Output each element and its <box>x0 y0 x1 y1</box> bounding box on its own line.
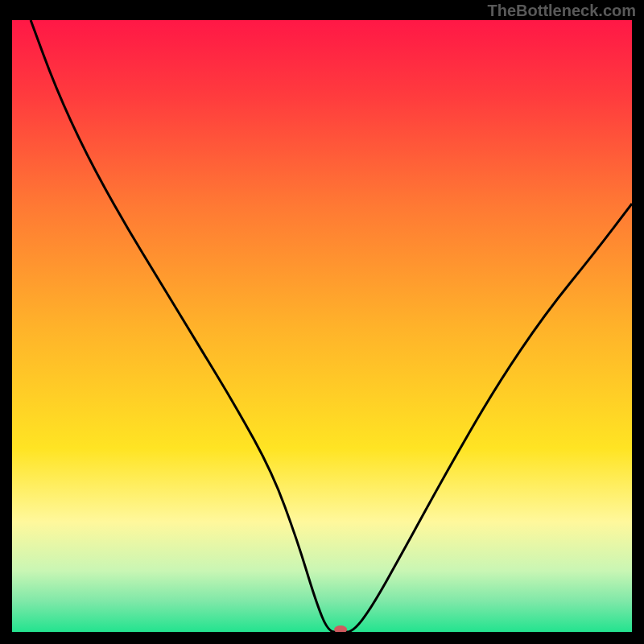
plot-area <box>12 20 632 632</box>
gradient-background <box>12 20 632 632</box>
watermark-text: TheBottleneck.com <box>488 2 636 20</box>
chart-svg <box>12 20 632 632</box>
chart-frame: TheBottleneck.com <box>0 0 644 644</box>
